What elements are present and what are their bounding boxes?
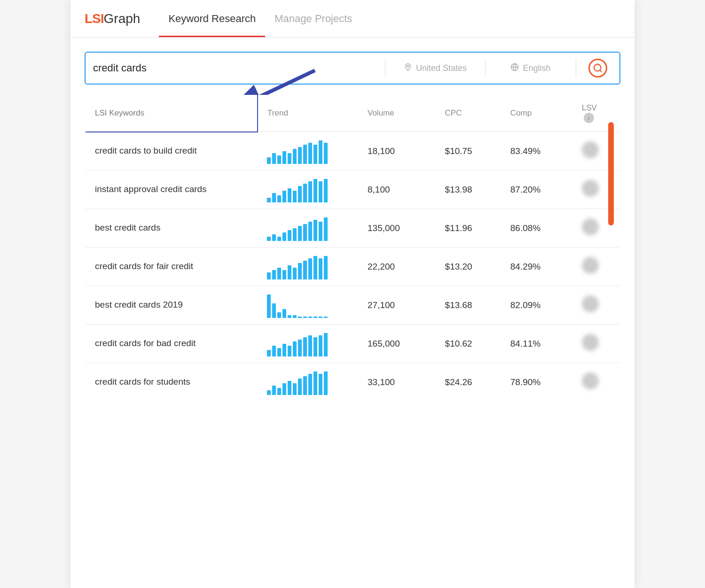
divider-3: [576, 59, 576, 77]
col-header-comp: Comp: [501, 94, 572, 132]
bar: [319, 317, 322, 318]
trend-bars: [267, 215, 349, 241]
search-submit-button[interactable]: [584, 59, 612, 77]
bar: [267, 237, 271, 241]
bar: [303, 337, 307, 356]
bar: [308, 317, 312, 318]
lsv-cell: [572, 325, 620, 363]
comp-cell: 84.11%: [501, 325, 572, 363]
logo-graph: Graph: [104, 11, 141, 26]
trend-cell: [258, 248, 358, 286]
bar: [267, 350, 271, 356]
bar: [319, 335, 322, 356]
table-row: credit cards for bad credit165,000$10.62…: [85, 325, 620, 363]
divider-1: [385, 59, 385, 77]
trend-cell: [258, 325, 358, 363]
bar: [308, 258, 312, 279]
bar: [277, 195, 281, 202]
bar: [282, 270, 286, 279]
bar: [308, 143, 312, 164]
comp-cell: 87.20%: [501, 170, 572, 209]
bar: [282, 383, 286, 395]
bar: [313, 371, 317, 395]
lsv-cell: [572, 248, 620, 286]
tab-keyword-research[interactable]: Keyword Research: [159, 0, 265, 37]
language-label: English: [523, 63, 550, 73]
table-row: best credit cards135,000$11.9686.08%: [85, 209, 620, 248]
bar: [277, 312, 281, 318]
bar: [308, 222, 312, 241]
comp-cell: 83.49%: [501, 132, 572, 170]
navigation: LSI Graph Keyword Research Manage Projec…: [70, 0, 634, 38]
bar: [293, 191, 297, 202]
bar: [272, 153, 276, 164]
trend-cell: [258, 170, 358, 209]
keyword-cell[interactable]: credit cards for students: [85, 363, 258, 402]
logo-lsi: LSI: [85, 11, 104, 26]
bar: [303, 184, 307, 202]
volume-cell: 18,100: [358, 132, 436, 170]
keyword-cell[interactable]: instant approval credit cards: [85, 170, 258, 209]
keyword-cell[interactable]: best credit cards: [85, 209, 258, 248]
bar: [272, 270, 276, 279]
bar: [303, 376, 307, 395]
location-label: United States: [416, 63, 467, 73]
svg-point-3: [594, 64, 601, 71]
keyword-cell[interactable]: credit cards for fair credit: [85, 248, 258, 286]
bar: [324, 371, 328, 395]
bar: [313, 179, 317, 202]
globe-icon: [510, 63, 519, 74]
bar: [288, 346, 291, 356]
trend-bars: [267, 369, 349, 395]
bar: [313, 317, 317, 318]
trend-cell: [258, 363, 358, 402]
volume-cell: 8,100: [358, 170, 436, 209]
bar: [293, 315, 297, 318]
location-selector[interactable]: United States: [393, 63, 478, 74]
comp-cell: 86.08%: [501, 209, 572, 248]
bar: [267, 272, 271, 279]
lsv-blur: [582, 141, 599, 158]
language-selector[interactable]: English: [493, 63, 568, 74]
keyword-cell[interactable]: credit cards to build credit: [85, 132, 258, 170]
tab-manage-projects[interactable]: Manage Projects: [265, 0, 361, 37]
bar: [293, 383, 297, 395]
keyword-cell[interactable]: best credit cards 2019: [85, 286, 258, 325]
bar: [298, 147, 302, 164]
table-row: best credit cards 201927,100$13.6882.09%: [85, 286, 620, 325]
bar: [282, 232, 286, 241]
nav-tabs: Keyword Research Manage Projects: [159, 0, 361, 37]
bar: [313, 220, 317, 241]
search-input[interactable]: [93, 62, 377, 74]
cpc-cell: $13.20: [436, 248, 501, 286]
keyword-cell[interactable]: credit cards for bad credit: [85, 325, 258, 363]
lsv-blur: [582, 180, 599, 197]
svg-point-0: [407, 65, 409, 67]
bar: [267, 390, 271, 395]
comp-cell: 84.29%: [501, 248, 572, 286]
lsv-info-icon[interactable]: i: [584, 113, 594, 123]
lsv-blur: [582, 257, 599, 274]
trend-cell: [258, 209, 358, 248]
bar: [298, 226, 302, 241]
bar: [324, 143, 328, 164]
bar: [319, 258, 322, 279]
bar: [277, 348, 281, 356]
bar: [267, 198, 271, 202]
scrollbar-indicator[interactable]: [608, 122, 614, 225]
trend-bars: [267, 138, 349, 164]
col-header-volume: Volume: [358, 94, 436, 132]
search-bar: United States English: [85, 52, 620, 85]
bar: [303, 224, 307, 241]
lsv-blur: [582, 372, 599, 389]
cpc-cell: $11.96: [436, 209, 501, 248]
bar: [282, 309, 286, 318]
bar: [272, 303, 276, 318]
volume-cell: 22,200: [358, 248, 436, 286]
bar: [277, 268, 281, 279]
bar: [267, 294, 271, 318]
bar: [324, 217, 328, 241]
lsv-cell: [572, 363, 620, 402]
bar: [277, 155, 281, 164]
trend-cell: [258, 132, 358, 170]
